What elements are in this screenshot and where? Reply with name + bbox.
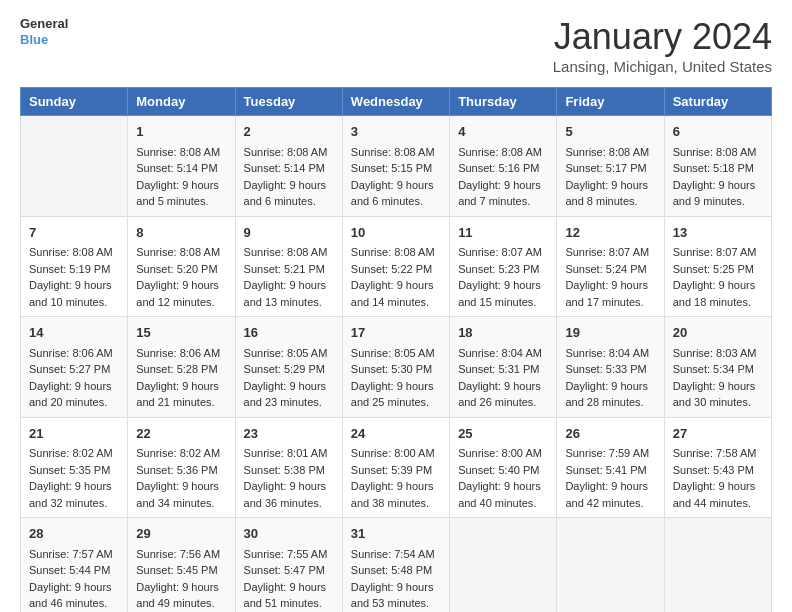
day-number: 27 xyxy=(673,424,763,444)
day-number: 9 xyxy=(244,223,334,243)
sunset-text: Sunset: 5:45 PM xyxy=(136,564,217,576)
day-header-sunday: Sunday xyxy=(21,88,128,116)
calendar-cell: 18Sunrise: 8:04 AMSunset: 5:31 PMDayligh… xyxy=(450,317,557,418)
day-info: Sunrise: 8:03 AMSunset: 5:34 PMDaylight:… xyxy=(673,345,763,411)
daylight-text: Daylight: 9 hours and 7 minutes. xyxy=(458,179,541,208)
day-header-friday: Friday xyxy=(557,88,664,116)
sunset-text: Sunset: 5:33 PM xyxy=(565,363,646,375)
calendar-cell: 4Sunrise: 8:08 AMSunset: 5:16 PMDaylight… xyxy=(450,116,557,217)
day-number: 2 xyxy=(244,122,334,142)
daylight-text: Daylight: 9 hours and 6 minutes. xyxy=(244,179,327,208)
sunrise-text: Sunrise: 8:06 AM xyxy=(29,347,113,359)
day-info: Sunrise: 8:06 AMSunset: 5:28 PMDaylight:… xyxy=(136,345,226,411)
day-number: 26 xyxy=(565,424,655,444)
calendar-cell: 16Sunrise: 8:05 AMSunset: 5:29 PMDayligh… xyxy=(235,317,342,418)
calendar-cell: 19Sunrise: 8:04 AMSunset: 5:33 PMDayligh… xyxy=(557,317,664,418)
daylight-text: Daylight: 9 hours and 20 minutes. xyxy=(29,380,112,409)
daylight-text: Daylight: 9 hours and 18 minutes. xyxy=(673,279,756,308)
sunset-text: Sunset: 5:20 PM xyxy=(136,263,217,275)
day-number: 5 xyxy=(565,122,655,142)
day-info: Sunrise: 8:08 AMSunset: 5:20 PMDaylight:… xyxy=(136,244,226,310)
day-number: 6 xyxy=(673,122,763,142)
day-info: Sunrise: 8:08 AMSunset: 5:17 PMDaylight:… xyxy=(565,144,655,210)
title-block: January 2024 Lansing, Michigan, United S… xyxy=(553,16,772,75)
calendar-cell: 31Sunrise: 7:54 AMSunset: 5:48 PMDayligh… xyxy=(342,518,449,613)
day-info: Sunrise: 8:07 AMSunset: 5:25 PMDaylight:… xyxy=(673,244,763,310)
day-number: 16 xyxy=(244,323,334,343)
day-number: 30 xyxy=(244,524,334,544)
sunset-text: Sunset: 5:29 PM xyxy=(244,363,325,375)
daylight-text: Daylight: 9 hours and 14 minutes. xyxy=(351,279,434,308)
calendar-cell xyxy=(664,518,771,613)
calendar-cell: 10Sunrise: 8:08 AMSunset: 5:22 PMDayligh… xyxy=(342,216,449,317)
day-number: 4 xyxy=(458,122,548,142)
day-number: 13 xyxy=(673,223,763,243)
sunset-text: Sunset: 5:43 PM xyxy=(673,464,754,476)
daylight-text: Daylight: 9 hours and 12 minutes. xyxy=(136,279,219,308)
daylight-text: Daylight: 9 hours and 9 minutes. xyxy=(673,179,756,208)
day-number: 18 xyxy=(458,323,548,343)
sunrise-text: Sunrise: 8:03 AM xyxy=(673,347,757,359)
sunrise-text: Sunrise: 8:08 AM xyxy=(351,246,435,258)
day-number: 11 xyxy=(458,223,548,243)
sunset-text: Sunset: 5:41 PM xyxy=(565,464,646,476)
daylight-text: Daylight: 9 hours and 28 minutes. xyxy=(565,380,648,409)
daylight-text: Daylight: 9 hours and 10 minutes. xyxy=(29,279,112,308)
calendar-cell: 25Sunrise: 8:00 AMSunset: 5:40 PMDayligh… xyxy=(450,417,557,518)
calendar-cell: 6Sunrise: 8:08 AMSunset: 5:18 PMDaylight… xyxy=(664,116,771,217)
daylight-text: Daylight: 9 hours and 8 minutes. xyxy=(565,179,648,208)
day-number: 10 xyxy=(351,223,441,243)
daylight-text: Daylight: 9 hours and 25 minutes. xyxy=(351,380,434,409)
calendar-cell: 29Sunrise: 7:56 AMSunset: 5:45 PMDayligh… xyxy=(128,518,235,613)
sunrise-text: Sunrise: 8:01 AM xyxy=(244,447,328,459)
sunrise-text: Sunrise: 7:59 AM xyxy=(565,447,649,459)
day-number: 19 xyxy=(565,323,655,343)
day-info: Sunrise: 8:01 AMSunset: 5:38 PMDaylight:… xyxy=(244,445,334,511)
calendar-subtitle: Lansing, Michigan, United States xyxy=(553,58,772,75)
day-number: 3 xyxy=(351,122,441,142)
daylight-text: Daylight: 9 hours and 5 minutes. xyxy=(136,179,219,208)
sunset-text: Sunset: 5:21 PM xyxy=(244,263,325,275)
sunrise-text: Sunrise: 7:58 AM xyxy=(673,447,757,459)
calendar-cell: 11Sunrise: 8:07 AMSunset: 5:23 PMDayligh… xyxy=(450,216,557,317)
sunset-text: Sunset: 5:24 PM xyxy=(565,263,646,275)
day-header-tuesday: Tuesday xyxy=(235,88,342,116)
calendar-cell: 28Sunrise: 7:57 AMSunset: 5:44 PMDayligh… xyxy=(21,518,128,613)
daylight-text: Daylight: 9 hours and 15 minutes. xyxy=(458,279,541,308)
sunrise-text: Sunrise: 8:00 AM xyxy=(458,447,542,459)
page-header: General Blue General Blue January 2024 L… xyxy=(20,16,772,75)
calendar-cell: 7Sunrise: 8:08 AMSunset: 5:19 PMDaylight… xyxy=(21,216,128,317)
sunset-text: Sunset: 5:28 PM xyxy=(136,363,217,375)
calendar-header-row: SundayMondayTuesdayWednesdayThursdayFrid… xyxy=(21,88,772,116)
calendar-cell: 15Sunrise: 8:06 AMSunset: 5:28 PMDayligh… xyxy=(128,317,235,418)
sunrise-text: Sunrise: 8:05 AM xyxy=(244,347,328,359)
calendar-cell: 12Sunrise: 8:07 AMSunset: 5:24 PMDayligh… xyxy=(557,216,664,317)
day-info: Sunrise: 8:04 AMSunset: 5:33 PMDaylight:… xyxy=(565,345,655,411)
calendar-week-row: 7Sunrise: 8:08 AMSunset: 5:19 PMDaylight… xyxy=(21,216,772,317)
day-info: Sunrise: 7:54 AMSunset: 5:48 PMDaylight:… xyxy=(351,546,441,612)
sunset-text: Sunset: 5:22 PM xyxy=(351,263,432,275)
daylight-text: Daylight: 9 hours and 17 minutes. xyxy=(565,279,648,308)
calendar-cell xyxy=(450,518,557,613)
day-number: 21 xyxy=(29,424,119,444)
sunrise-text: Sunrise: 8:08 AM xyxy=(136,246,220,258)
day-info: Sunrise: 8:00 AMSunset: 5:40 PMDaylight:… xyxy=(458,445,548,511)
daylight-text: Daylight: 9 hours and 34 minutes. xyxy=(136,480,219,509)
day-info: Sunrise: 7:56 AMSunset: 5:45 PMDaylight:… xyxy=(136,546,226,612)
sunset-text: Sunset: 5:30 PM xyxy=(351,363,432,375)
sunset-text: Sunset: 5:44 PM xyxy=(29,564,110,576)
sunrise-text: Sunrise: 8:08 AM xyxy=(673,146,757,158)
sunrise-text: Sunrise: 8:07 AM xyxy=(673,246,757,258)
sunrise-text: Sunrise: 8:07 AM xyxy=(565,246,649,258)
day-info: Sunrise: 8:08 AMSunset: 5:19 PMDaylight:… xyxy=(29,244,119,310)
calendar-cell: 3Sunrise: 8:08 AMSunset: 5:15 PMDaylight… xyxy=(342,116,449,217)
calendar-cell: 26Sunrise: 7:59 AMSunset: 5:41 PMDayligh… xyxy=(557,417,664,518)
day-info: Sunrise: 8:07 AMSunset: 5:24 PMDaylight:… xyxy=(565,244,655,310)
calendar-table: SundayMondayTuesdayWednesdayThursdayFrid… xyxy=(20,87,772,612)
calendar-cell: 17Sunrise: 8:05 AMSunset: 5:30 PMDayligh… xyxy=(342,317,449,418)
sunset-text: Sunset: 5:16 PM xyxy=(458,162,539,174)
sunset-text: Sunset: 5:34 PM xyxy=(673,363,754,375)
sunrise-text: Sunrise: 7:55 AM xyxy=(244,548,328,560)
day-info: Sunrise: 8:08 AMSunset: 5:22 PMDaylight:… xyxy=(351,244,441,310)
sunrise-text: Sunrise: 7:56 AM xyxy=(136,548,220,560)
